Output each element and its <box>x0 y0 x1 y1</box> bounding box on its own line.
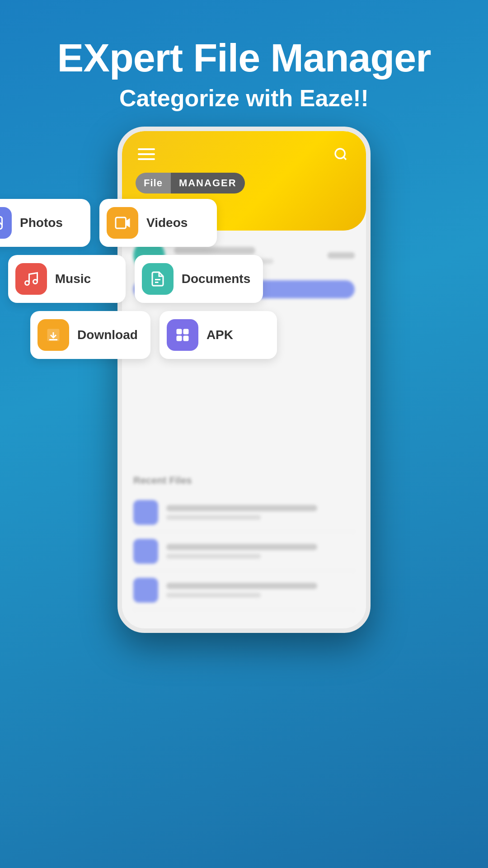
svg-rect-16 <box>183 336 188 341</box>
download-label: Download <box>77 328 138 342</box>
recent-label: Recent Files <box>133 475 355 486</box>
category-apk[interactable]: APK <box>160 311 277 359</box>
recent-section: Recent Files <box>122 466 366 619</box>
recent-item-3 <box>133 571 355 610</box>
documents-label: Documents <box>182 272 250 286</box>
apk-label: APK <box>206 328 233 342</box>
category-photos[interactable]: Photos <box>0 199 90 247</box>
download-icon <box>38 319 69 351</box>
svg-point-0 <box>335 149 345 158</box>
apk-icon <box>167 319 198 351</box>
category-row-2: Music Documents <box>0 255 298 303</box>
categories-grid: Photos Videos Music <box>0 199 298 367</box>
recent-icon-2 <box>133 539 158 564</box>
svg-point-7 <box>33 280 37 284</box>
svg-rect-15 <box>176 336 182 341</box>
photos-label: Photos <box>20 216 63 230</box>
app-title: EXpert File Manager <box>27 36 461 80</box>
recent-info-2 <box>166 544 355 559</box>
music-label: Music <box>55 272 91 286</box>
videos-icon <box>107 207 138 239</box>
badge-file-text: File <box>136 173 171 193</box>
music-icon <box>15 263 47 295</box>
app-logo: File Manager <box>122 168 366 203</box>
hamburger-line-3 <box>138 158 155 160</box>
recent-info-3 <box>166 583 355 598</box>
hamburger-button[interactable] <box>138 148 155 160</box>
svg-rect-4 <box>116 217 126 228</box>
badge-manager-text: Manager <box>171 173 245 193</box>
profile-size <box>328 252 355 259</box>
videos-label: Videos <box>146 216 188 230</box>
hamburger-line-1 <box>138 148 155 150</box>
recent-icon-1 <box>133 500 158 525</box>
svg-rect-14 <box>183 329 188 335</box>
category-row-1: Photos Videos <box>0 199 298 247</box>
category-music[interactable]: Music <box>8 255 126 303</box>
svg-line-1 <box>343 157 346 160</box>
recent-icon-3 <box>133 578 158 603</box>
category-download[interactable]: Download <box>30 311 150 359</box>
header-section: EXpert File Manager Categorize with Eaze… <box>0 36 488 112</box>
svg-point-6 <box>25 281 29 285</box>
category-documents[interactable]: Documents <box>135 255 263 303</box>
documents-icon <box>142 263 174 295</box>
recent-info-1 <box>166 505 355 520</box>
svg-rect-13 <box>176 329 182 335</box>
search-button[interactable] <box>331 145 350 164</box>
hamburger-line-2 <box>138 153 155 155</box>
app-subtitle: Categorize with Eaze!! <box>27 85 461 112</box>
category-videos[interactable]: Videos <box>99 199 217 247</box>
photos-icon <box>0 207 12 239</box>
svg-marker-5 <box>126 220 130 226</box>
recent-item-1 <box>133 493 355 532</box>
recent-item-2 <box>133 532 355 571</box>
category-row-3: Download APK <box>0 311 298 359</box>
